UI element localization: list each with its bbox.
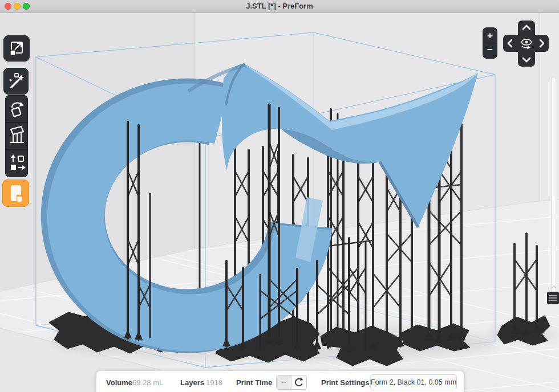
print-time-label: Print Time — [236, 378, 272, 387]
zoom-control: + − — [483, 27, 497, 59]
tool-group — [5, 95, 28, 177]
resize-icon — [3, 35, 30, 62]
zoom-in-button[interactable]: + — [483, 27, 497, 43]
layers-value: 1918 — [206, 378, 222, 387]
supports-icon — [5, 122, 28, 149]
print-time-value: -- — [277, 375, 291, 389]
rotate-icon — [5, 95, 28, 122]
layout-tool-button[interactable] — [5, 150, 28, 177]
status-bar: Volume 69.28 mL Layers 1918 Print Time -… — [96, 370, 464, 392]
refresh-icon — [291, 375, 306, 389]
volume-label: Volume — [106, 378, 132, 387]
print-settings-selector[interactable]: Form 2, Black 01, 0.05 mm — [370, 374, 457, 390]
magic-wand-icon — [3, 68, 29, 95]
supports-tool-button[interactable] — [5, 122, 28, 149]
slider-chevron-icon — [550, 284, 558, 291]
title-bar: J.STL [*] - PreForm — [0, 0, 559, 13]
orientation-tool-button[interactable] — [5, 95, 28, 122]
window-title: J.STL [*] - PreForm — [0, 0, 559, 13]
print-button[interactable] — [2, 179, 29, 207]
scene-canvas[interactable] — [0, 13, 559, 392]
slice-slider-handle[interactable] — [547, 292, 559, 304]
volume-value: 69.28 mL — [132, 378, 163, 387]
print-time-widget: -- — [276, 375, 307, 390]
layers-label: Layers — [180, 378, 204, 387]
size-tool-button[interactable] — [3, 35, 30, 62]
zoom-out-button[interactable]: − — [483, 43, 497, 58]
print-settings-label: Print Settings — [321, 378, 370, 387]
view-dpad — [503, 21, 549, 67]
one-click-print-button[interactable] — [3, 68, 29, 95]
printer-icon — [2, 179, 29, 207]
preform-window: J.STL [*] - PreForm — [0, 0, 559, 392]
layout-icon — [5, 150, 28, 177]
slice-slider-track[interactable] — [551, 77, 556, 305]
print-time-refresh-button[interactable] — [291, 375, 306, 389]
